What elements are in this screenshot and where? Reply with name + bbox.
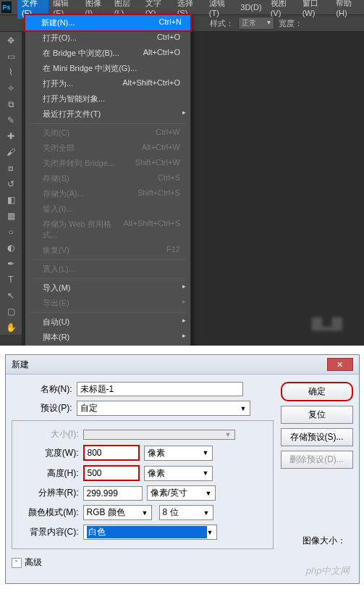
advanced-toggle[interactable]: ˇ 高级 <box>12 556 274 569</box>
tool-crop[interactable]: ⧉ <box>3 97 19 112</box>
menu-item-label: 打开为... <box>43 78 73 89</box>
advanced-label: 高级 <box>25 556 42 569</box>
size-label: 大小(I): <box>18 428 83 441</box>
tool-path[interactable]: ↖ <box>3 288 19 303</box>
menu-item-label: 打开(O)... <box>43 33 77 43</box>
dialog-title: 新建 <box>12 359 29 371</box>
tool-hand[interactable]: ✋ <box>3 320 19 335</box>
menu-item-shortcut: Shift+Ctrl+W <box>135 158 180 169</box>
menu-item-label: 打开为智能对象... <box>43 93 105 104</box>
tool-brush[interactable]: 🖌 <box>3 145 19 159</box>
menu-item-17: 置入(L)... <box>25 262 190 277</box>
menu-3d[interactable]: 3D(D) <box>236 1 266 13</box>
preset-combo[interactable]: 自定▼ <box>77 401 250 416</box>
menu-item-0[interactable]: 新建(N)...Ctrl+N <box>24 14 192 32</box>
menu-item-shortcut: Ctrl+O <box>157 33 180 43</box>
photoshop-window: Ps 文件(F) 编辑(E) 图像(I) 图层(L) 文字(Y) 选择(S) 滤… <box>0 0 364 346</box>
preset-label: 预设(P): <box>12 402 77 414</box>
menu-item-label: 恢复(V) <box>43 245 69 256</box>
ps-logo: Ps <box>1 1 12 13</box>
depth-combo[interactable]: 8 位▼ <box>159 505 213 520</box>
menu-item-label: 自动(U) <box>43 317 69 327</box>
tool-wand[interactable]: ✧ <box>3 81 19 96</box>
tool-stamp[interactable]: ⧈ <box>3 161 19 175</box>
res-input[interactable] <box>83 486 143 501</box>
ok-button[interactable]: 确定 <box>281 382 353 401</box>
menu-item-5[interactable]: 打开为智能对象... <box>25 91 190 107</box>
menu-item-14: 存储为 Web 所用格式...Alt+Shift+Ctrl+S <box>25 217 190 243</box>
height-input[interactable] <box>83 465 140 481</box>
menu-item-label: 最近打开文件(T) <box>43 109 101 120</box>
res-unit-combo[interactable]: 像素/英寸▼ <box>147 485 216 501</box>
menu-item-6[interactable]: 最近打开文件(T) <box>25 107 190 122</box>
menu-item-15: 恢复(V)F12 <box>25 243 190 258</box>
chevron-down-icon: ˇ <box>12 558 22 568</box>
tool-marquee[interactable]: ▭ <box>3 49 19 64</box>
dialog-titlebar: 新建 ✕ <box>6 355 359 375</box>
menu-item-shortcut: Alt+Ctrl+W <box>142 143 180 154</box>
height-unit-combo[interactable]: 像素▼ <box>144 466 213 481</box>
menu-item-label: 关闭全部 <box>43 143 75 154</box>
close-button[interactable]: ✕ <box>327 358 353 371</box>
menu-item-label: 新建(N)... <box>41 17 75 28</box>
tool-type[interactable]: T <box>3 272 19 287</box>
menu-item-12: 存储为(A)...Shift+Ctrl+S <box>25 186 190 201</box>
tool-gradient[interactable]: ▦ <box>3 209 19 223</box>
reset-button[interactable]: 复位 <box>281 406 353 424</box>
res-label: 分辨率(R): <box>18 487 83 499</box>
menu-item-3[interactable]: 在 Mini Bridge 中浏览(G)... <box>25 61 190 76</box>
width-label: 宽度(W): <box>18 447 83 459</box>
save-preset-button[interactable]: 存储预设(S)... <box>281 428 353 446</box>
tool-dodge[interactable]: ◐ <box>3 241 19 255</box>
tool-move[interactable]: ✥ <box>3 33 19 48</box>
menu-item-label: 签入(I)... <box>43 204 73 214</box>
canvas-watermark: ▇▂▇ <box>312 315 342 331</box>
menu-item-shortcut: Alt+Ctrl+O <box>143 48 180 59</box>
tool-heal[interactable]: ✚ <box>3 129 19 143</box>
menu-item-9: 关闭全部Alt+Ctrl+W <box>25 141 190 156</box>
tool-pen[interactable]: ✒ <box>3 256 19 271</box>
tool-lasso[interactable]: ⌇ <box>3 65 19 80</box>
mode-combo[interactable]: RGB 颜色▼ <box>83 505 152 520</box>
new-dialog: 新建 ✕ 名称(N): 预设(P): 自定▼ 大小(I): ▼ <box>5 354 360 584</box>
menu-item-23[interactable]: 脚本(R) <box>25 330 190 345</box>
menu-item-shortcut: Ctrl+N <box>159 17 182 28</box>
bg-combo[interactable]: 白色▼ <box>83 525 217 540</box>
menu-item-label: 存储(S) <box>43 173 69 184</box>
style-combo[interactable]: 正常▾ <box>238 17 274 30</box>
tool-eraser[interactable]: ◧ <box>3 193 19 207</box>
menu-item-label: 关闭并转到 Bridge... <box>43 158 114 169</box>
name-input[interactable] <box>77 382 243 396</box>
menu-filter[interactable]: 滤镜(T) <box>205 0 236 19</box>
tool-shape[interactable]: ▢ <box>3 304 19 319</box>
width-unit-combo[interactable]: 像素▼ <box>144 446 213 461</box>
bg-label: 背景内容(C): <box>18 526 83 538</box>
menu-item-label: 存储为 Web 所用格式... <box>43 219 123 241</box>
menu-item-label: 存储为(A)... <box>43 188 84 199</box>
tools-panel: ✥ ▭ ⌇ ✧ ⧉ ✎ ✚ 🖌 ⧈ ↺ ◧ ▦ ○ ◐ ✒ T ↖ ▢ ✋ <box>0 32 22 335</box>
file-menu-dropdown: 新建(N)...Ctrl+N打开(O)...Ctrl+O在 Bridge 中浏览… <box>25 14 191 346</box>
width-input[interactable] <box>83 445 140 461</box>
width-label: 宽度： <box>279 18 302 29</box>
menu-window[interactable]: 窗口(W) <box>298 0 332 19</box>
menu-item-1[interactable]: 打开(O)...Ctrl+O <box>25 30 190 46</box>
tool-history[interactable]: ↺ <box>3 177 19 191</box>
menu-item-label: 在 Mini Bridge 中浏览(G)... <box>43 63 137 74</box>
menu-item-4[interactable]: 打开为...Alt+Shift+Ctrl+O <box>25 76 190 91</box>
menu-help[interactable]: 帮助(H) <box>331 0 364 19</box>
name-label: 名称(N): <box>12 383 77 396</box>
menu-item-shortcut: Ctrl+W <box>156 128 180 138</box>
menu-item-11: 存储(S)Ctrl+S <box>25 171 190 186</box>
menu-item-shortcut: Alt+Shift+Ctrl+O <box>122 78 180 89</box>
height-label: 高度(H): <box>18 467 83 480</box>
menu-item-22[interactable]: 自动(U) <box>25 314 190 330</box>
tool-eyedropper[interactable]: ✎ <box>3 113 19 128</box>
menu-item-label: 导入(M) <box>43 283 71 293</box>
menu-separator <box>30 278 186 279</box>
menu-view[interactable]: 视图(V) <box>266 0 298 19</box>
tool-blur[interactable]: ○ <box>3 225 19 239</box>
menu-item-10: 关闭并转到 Bridge...Shift+Ctrl+W <box>25 156 190 171</box>
menu-item-19[interactable]: 导入(M) <box>25 280 190 296</box>
menu-item-20: 导出(E) <box>25 296 190 311</box>
menu-item-2[interactable]: 在 Bridge 中浏览(B)...Alt+Ctrl+O <box>25 46 190 61</box>
